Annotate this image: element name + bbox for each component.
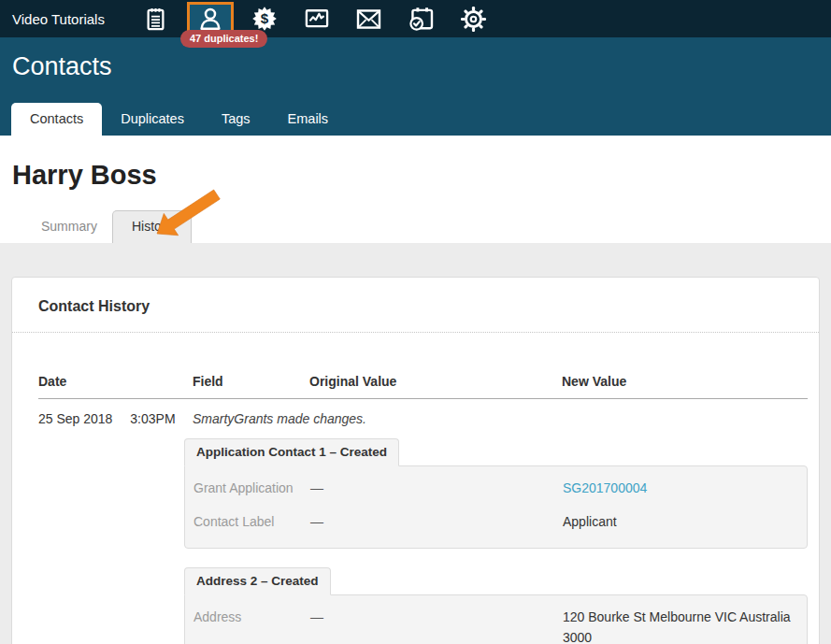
annotation-arrow-icon <box>146 189 221 241</box>
applications-icon[interactable] <box>135 0 178 37</box>
change-groups: Application Contact 1 – Created Grant Ap… <box>184 438 808 644</box>
change-row: Address — 120 Bourke St Melbourne VIC Au… <box>193 601 795 644</box>
tab-contacts[interactable]: Contacts <box>11 103 102 136</box>
tab-tags[interactable]: Tags <box>203 103 269 136</box>
page-title: Contacts <box>0 37 831 81</box>
field-label: Contact Label <box>193 512 310 533</box>
change-group-application-contact: Application Contact 1 – Created Grant Ap… <box>184 438 808 549</box>
contact-name-heading: Harry Boss <box>0 136 831 191</box>
top-navbar: Video Tutorials $ <box>0 0 831 37</box>
subtab-summary[interactable]: Summary <box>26 211 112 243</box>
change-group-address: Address 2 – Created Address — 120 Bourke… <box>184 567 808 644</box>
original-value: — <box>310 479 563 499</box>
svg-text:$: $ <box>261 10 269 26</box>
col-header-original: Original Value <box>309 374 562 389</box>
history-entry-row: 25 Sep 2018 3:03PM SmartyGrants made cha… <box>38 399 808 426</box>
new-value: 120 Bourke St Melbourne VIC Australia 30… <box>563 608 795 644</box>
group-title: Application Contact 1 – Created <box>184 438 399 466</box>
change-row: Grant Application — SG201700004 <box>193 472 795 506</box>
field-label: Address <box>193 608 310 644</box>
original-value: — <box>310 512 563 533</box>
mail-icon[interactable] <box>348 0 391 37</box>
card-title: Contact History <box>12 278 819 332</box>
tab-duplicates[interactable]: Duplicates <box>102 103 203 136</box>
col-header-new: New Value <box>562 374 808 389</box>
group-title: Address 2 – Created <box>184 567 331 595</box>
field-label: Grant Application <box>193 479 310 499</box>
duplicates-count-badge[interactable]: 47 duplicates! <box>180 30 267 48</box>
brand-link[interactable]: Video Tutorials <box>12 11 105 27</box>
history-table-header: Date Field Original Value New Value <box>38 374 808 399</box>
main-tab-bar: Contacts Duplicates Tags Emails <box>11 103 347 136</box>
col-header-field: Field <box>193 374 309 389</box>
tab-emails[interactable]: Emails <box>269 103 348 136</box>
contact-history-card: Contact History Date Field Original Valu… <box>11 277 820 644</box>
tasks-icon[interactable] <box>400 0 443 37</box>
page-header: Contacts Contacts Duplicates Tags Emails <box>0 37 831 136</box>
history-table: Date Field Original Value New Value 25 S… <box>38 333 808 644</box>
new-value: Applicant <box>563 512 795 533</box>
settings-icon[interactable] <box>452 0 495 37</box>
new-value: SG201700004 <box>563 479 795 499</box>
entry-time: 3:03PM <box>130 411 175 426</box>
content-area: Contact History Date Field Original Valu… <box>0 243 831 644</box>
change-row: Contact Label — Applicant <box>193 506 795 539</box>
original-value: — <box>310 608 563 644</box>
group-body: Address — 120 Bourke St Melbourne VIC Au… <box>184 594 808 644</box>
group-body: Grant Application — SG201700004 Contact … <box>184 465 808 549</box>
entry-event-text: SmartyGrants made changes. <box>193 411 808 426</box>
entry-date: 25 Sep 2018 <box>38 411 112 426</box>
grant-application-link[interactable]: SG201700004 <box>563 480 647 495</box>
reports-icon[interactable] <box>295 0 338 37</box>
contact-section: Harry Boss Summary History <box>0 136 831 243</box>
col-header-date: Date <box>38 374 193 389</box>
entry-date-cell: 25 Sep 2018 3:03PM <box>38 411 193 426</box>
